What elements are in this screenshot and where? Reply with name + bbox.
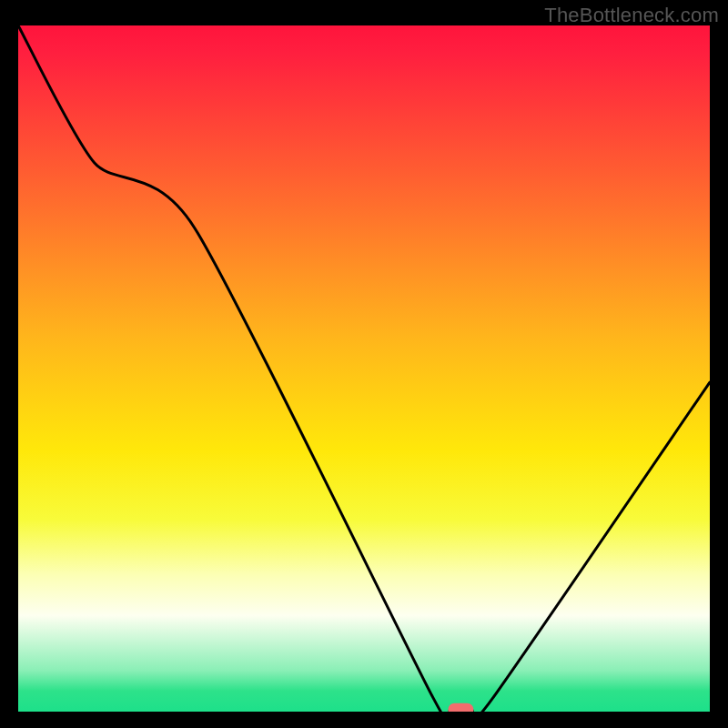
chart-frame: TheBottleneck.com [0, 0, 728, 728]
watermark-label: TheBottleneck.com [544, 4, 719, 27]
gradient-rect [18, 25, 710, 712]
chart-svg [18, 25, 710, 712]
plot-area [18, 25, 710, 712]
optimal-marker [448, 703, 473, 712]
